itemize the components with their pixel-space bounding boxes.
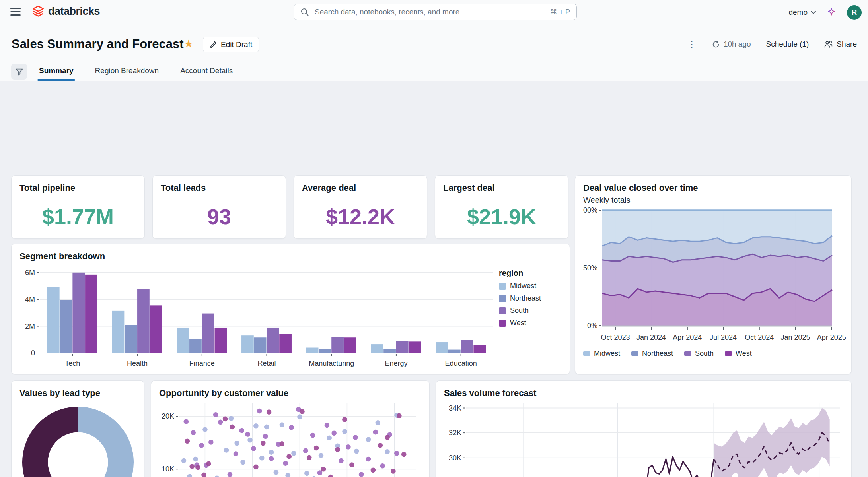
pencil-icon bbox=[210, 41, 217, 48]
svg-text:4M: 4M bbox=[25, 295, 35, 303]
legend-title: region bbox=[499, 269, 559, 278]
segment-breakdown-card: Segment breakdown 02M4M6MTechHealthFinan… bbox=[11, 244, 570, 374]
svg-text:Oct 2023: Oct 2023 bbox=[601, 334, 630, 341]
refresh-icon bbox=[712, 40, 720, 48]
chart-title: Values by lead type bbox=[19, 388, 136, 398]
legend-item-midwest[interactable]: Midwest bbox=[583, 349, 620, 358]
legend-item-midwest[interactable]: Midwest bbox=[499, 282, 559, 290]
svg-text:Education: Education bbox=[445, 359, 477, 367]
values-by-lead-type-card: Values by lead type Inbound Event Referr… bbox=[11, 380, 144, 477]
tab-summary[interactable]: Summary bbox=[37, 66, 75, 81]
svg-text:Oct 2024: Oct 2024 bbox=[745, 334, 774, 341]
chart-title: Sales volume forecast bbox=[444, 388, 843, 398]
sales-forecast-line-chart: 26K28K30K32K34KFeb 01, 2025Mar 01, 2025A… bbox=[444, 398, 844, 477]
edit-draft-button[interactable]: Edit Draft bbox=[203, 37, 259, 52]
page-title: Sales Summary and Forecast bbox=[12, 37, 183, 51]
chevron-down-icon bbox=[811, 11, 816, 14]
overflow-menu-icon[interactable]: ⋮ bbox=[687, 37, 697, 52]
dashboard-page: databricks ⌘ + P demo R bbox=[0, 0, 868, 477]
tab-bar: Summary Region Breakdown Account Details bbox=[0, 63, 868, 81]
databricks-logo[interactable]: databricks bbox=[32, 5, 100, 17]
opportunity-by-customer-value-card: Opportunity by customer value 10K20K2M4M… bbox=[151, 380, 430, 477]
opportunity-scatter-chart: 10K20K2M4M6M8M10M bbox=[159, 398, 422, 477]
svg-text:Jan 2025: Jan 2025 bbox=[780, 334, 810, 341]
svg-text:50%: 50% bbox=[583, 264, 597, 272]
top-bar: databricks ⌘ + P demo R bbox=[0, 0, 868, 25]
hamburger-menu-icon[interactable] bbox=[10, 8, 21, 16]
assistant-sparkle-icon[interactable] bbox=[826, 7, 837, 17]
svg-text:Energy: Energy bbox=[385, 359, 407, 367]
filter-button[interactable] bbox=[11, 64, 27, 80]
brand-wordmark: databricks bbox=[48, 5, 100, 17]
kpi-value: $12.2K bbox=[302, 204, 419, 229]
deal-value-area-chart: 0%50%100%Oct 2023Jan 2024Apr 2024Jul 202… bbox=[583, 205, 852, 345]
filter-funnel-icon bbox=[15, 68, 23, 76]
workspace-name: demo bbox=[788, 8, 808, 17]
svg-text:30K: 30K bbox=[449, 454, 461, 462]
svg-text:Apr 2024: Apr 2024 bbox=[673, 334, 702, 341]
svg-text:Finance: Finance bbox=[189, 359, 215, 367]
kpi-label: Total pipeline bbox=[19, 183, 136, 193]
user-avatar[interactable]: R bbox=[847, 5, 862, 20]
edit-draft-label: Edit Draft bbox=[221, 40, 252, 49]
kpi-card-average-deal: Average deal $12.2K bbox=[294, 175, 427, 239]
svg-text:2M: 2M bbox=[25, 322, 35, 330]
global-search[interactable]: ⌘ + P bbox=[294, 4, 577, 20]
segment-breakdown-bar-chart: 02M4M6MTechHealthFinanceRetailManufactur… bbox=[19, 262, 499, 369]
workspace-switcher[interactable]: demo bbox=[788, 8, 816, 17]
databricks-logo-icon bbox=[32, 5, 45, 17]
svg-text:32K: 32K bbox=[449, 429, 461, 437]
svg-text:20K: 20K bbox=[162, 412, 174, 420]
svg-text:Apr 2025: Apr 2025 bbox=[817, 334, 846, 341]
chart-title: Segment breakdown bbox=[19, 251, 562, 262]
kpi-value: $1.77M bbox=[19, 204, 136, 229]
lead-type-donut-chart bbox=[19, 405, 137, 477]
area-legend: Midwest Northeast South West bbox=[583, 349, 843, 358]
legend-item-west[interactable]: West bbox=[499, 319, 559, 327]
search-shortcut: ⌘ + P bbox=[550, 8, 570, 16]
refresh-status[interactable]: 10h ago bbox=[712, 40, 751, 48]
sales-volume-forecast-card: Sales volume forecast 26K28K30K32K34KFeb… bbox=[436, 380, 852, 477]
svg-text:Jan 2024: Jan 2024 bbox=[636, 334, 666, 341]
svg-text:10K: 10K bbox=[162, 465, 174, 473]
kpi-label: Largest deal bbox=[443, 183, 560, 193]
schedule-button[interactable]: Schedule (1) bbox=[766, 40, 809, 48]
svg-text:34K: 34K bbox=[449, 404, 461, 412]
kpi-value: 93 bbox=[161, 204, 278, 229]
kpi-card-total-pipeline: Total pipeline $1.77M bbox=[11, 175, 145, 239]
dashboard-canvas: Total pipeline $1.77M Total leads 93 Ave… bbox=[0, 81, 868, 477]
search-input[interactable] bbox=[314, 7, 550, 17]
svg-text:Retail: Retail bbox=[257, 359, 276, 367]
legend-item-south[interactable]: South bbox=[684, 349, 714, 358]
tab-account-details[interactable]: Account Details bbox=[179, 66, 234, 81]
legend-item-northeast[interactable]: Northeast bbox=[631, 349, 673, 358]
kpi-label: Total leads bbox=[161, 183, 278, 193]
svg-text:100%: 100% bbox=[583, 206, 597, 214]
svg-text:0: 0 bbox=[31, 349, 35, 357]
share-label: Share bbox=[837, 40, 857, 48]
legend-item-south[interactable]: South bbox=[499, 306, 559, 315]
share-people-icon bbox=[824, 40, 833, 48]
legend-item-west[interactable]: West bbox=[725, 349, 752, 358]
favorite-star-icon[interactable]: ★ bbox=[184, 37, 193, 50]
share-button[interactable]: Share bbox=[824, 40, 857, 48]
dashboard-header: Sales Summary and Forecast ★ Edit Draft … bbox=[0, 25, 868, 63]
bar-legend: region Midwest Northeast South West bbox=[499, 262, 559, 369]
chart-title: Opportunity by customer value bbox=[159, 388, 421, 398]
kpi-card-total-leads: Total leads 93 bbox=[152, 175, 286, 239]
svg-text:Jul 2024: Jul 2024 bbox=[710, 334, 737, 341]
schedule-label: Schedule (1) bbox=[766, 40, 809, 48]
refresh-time: 10h ago bbox=[724, 40, 751, 48]
deal-value-over-time-card: Deal value closed over time Weekly total… bbox=[575, 175, 852, 374]
tab-region-breakdown[interactable]: Region Breakdown bbox=[93, 66, 161, 81]
svg-text:Manufacturing: Manufacturing bbox=[309, 359, 354, 367]
kpi-card-largest-deal: Largest deal $21.9K bbox=[435, 175, 568, 239]
chart-title: Deal value closed over time bbox=[583, 183, 843, 193]
svg-text:6M: 6M bbox=[25, 269, 35, 277]
kpi-value: $21.9K bbox=[443, 204, 560, 229]
chart-subtitle: Weekly totals bbox=[583, 196, 843, 205]
svg-text:0%: 0% bbox=[587, 322, 597, 330]
legend-item-northeast[interactable]: Northeast bbox=[499, 294, 559, 302]
svg-text:Tech: Tech bbox=[65, 359, 80, 367]
search-icon bbox=[300, 8, 309, 16]
